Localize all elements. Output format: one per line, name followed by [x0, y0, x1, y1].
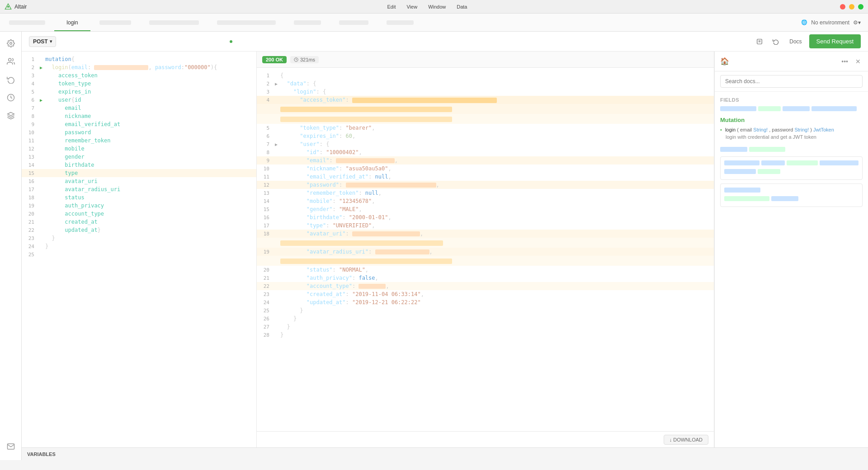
env-selector[interactable]: 🌐 No environment ⚙▾ [794, 14, 868, 31]
minimize-button[interactable] [840, 4, 845, 9]
docs-return-link[interactable]: JwtToken [813, 127, 834, 132]
history-button[interactable] [753, 35, 766, 48]
resp-line-21: 21 "auth_privacy": false, [257, 274, 714, 282]
sidebar-icon-team[interactable] [3, 53, 19, 70]
menu-view[interactable]: View [405, 3, 419, 10]
app-title: Altair [14, 4, 386, 10]
docs-search-input[interactable] [720, 75, 863, 88]
request-bar: POST ▾ Docs Send Request [22, 32, 868, 52]
query-editor[interactable]: 1 mutation{ 2 ▶ login(email: , password:… [22, 52, 257, 447]
query-line-6: 6 ▶ user{id [22, 96, 256, 104]
menu-bar-items: Edit View Window Data [386, 3, 469, 10]
resp-line-4: 4 "access_token": [257, 96, 714, 104]
docs-entry-desc: login with credential and get a JWT toke… [726, 134, 863, 140]
resp-line-25: 25 } [257, 306, 714, 315]
resp-line-15: 15 "gender": "MALE", [257, 205, 714, 213]
tab-7[interactable] [330, 14, 377, 31]
query-line-13: 13 gender [22, 153, 256, 161]
docs-header: 🏠 ••• ✕ [715, 52, 868, 71]
send-request-button[interactable]: Send Request [809, 34, 861, 48]
tab-6[interactable] [285, 14, 330, 31]
url-dot [230, 40, 232, 43]
menu-data[interactable]: Data [455, 3, 469, 10]
query-line-1: 1 mutation{ [22, 55, 256, 63]
resp-line-4c [257, 114, 714, 124]
docs-content: FIELDS Mutation [715, 92, 868, 447]
resp-line-27: 27 } [257, 323, 714, 331]
sidebar-icon-mail[interactable] [3, 438, 19, 455]
docs-entry-params-2: , password [769, 127, 794, 132]
tab-bar: login 🌐 No environment ⚙▾ [0, 14, 868, 32]
query-line-22: 22 updated_at} [22, 226, 256, 234]
docs-entry-name: login [725, 127, 736, 132]
docs-mutation-label[interactable]: Mutation [720, 117, 863, 123]
tab-blurred-label-5 [217, 20, 276, 25]
title-bar: Altair Edit View Window Data [0, 0, 868, 14]
tab-blurred-label-4 [149, 20, 199, 25]
resp-line-13: 13 "remember_token": null, [257, 189, 714, 197]
docs-entry-params-3: ) [810, 127, 813, 132]
query-line-11: 11 remember_token [22, 136, 256, 145]
method-label: POST [33, 38, 48, 45]
resp-line-18: 18 "avatar_uri": , [257, 230, 714, 238]
method-dropdown-icon: ▾ [50, 39, 52, 44]
tab-login[interactable]: login [54, 14, 90, 31]
docs-close-button[interactable]: ✕ [854, 56, 863, 67]
docs-entry-params: ( email [737, 127, 753, 132]
maximize-button[interactable] [849, 4, 854, 9]
response-content[interactable]: 1 { 2 ▶ "data": { 3 "login": [257, 68, 714, 431]
tab-blurred-label-8 [387, 20, 414, 25]
query-line-4: 4 token_type [22, 80, 256, 88]
env-label: No environment [811, 19, 849, 26]
docs-home-icon[interactable]: 🏠 [720, 57, 729, 66]
download-button[interactable]: ↓ DOWNLOAD [664, 435, 708, 445]
query-line-19: 19 auth_privacy [22, 202, 256, 210]
resp-line-5: 5 "token_type": "bearer", [257, 124, 714, 132]
tab-1[interactable] [0, 14, 54, 31]
env-settings-icon[interactable]: ⚙▾ [853, 19, 861, 26]
docs-fields-label: FIELDS [720, 97, 863, 103]
svg-point-3 [8, 58, 11, 61]
docs-param-email-link[interactable]: String! [753, 127, 768, 132]
window-controls [840, 4, 863, 9]
docs-field-row-1 [720, 106, 863, 111]
sidebar-icon-refresh[interactable] [3, 71, 19, 88]
method-selector[interactable]: POST ▾ [29, 36, 56, 47]
resp-line-24: 24 "updated_at": "2019-12-21 06:22:22" [257, 298, 714, 306]
docs-field-row-2 [720, 147, 863, 152]
svg-point-1 [7, 6, 9, 8]
query-line-2: 2 ▶ login(email: , password:"000000"){ [22, 63, 256, 71]
resp-line-7: 7 ▶ "user": { [257, 140, 714, 148]
resp-line-11: 11 "email_verified_at": null, [257, 173, 714, 181]
content-area: POST ▾ Docs Send Request 1 [22, 32, 868, 460]
docs-entry-login: • login ( email String! , password Strin… [720, 127, 863, 140]
resp-line-8: 8 "id": "10000402", [257, 148, 714, 156]
response-time: 321ms [300, 57, 315, 62]
menu-edit[interactable]: Edit [386, 3, 398, 10]
query-line-9: 9 email_verified_at [22, 120, 256, 128]
tab-8[interactable] [377, 14, 423, 31]
close-button[interactable] [858, 4, 863, 9]
tab-3[interactable] [90, 14, 140, 31]
sidebar-icon-settings[interactable] [3, 35, 19, 52]
resp-line-14: 14 "mobile": "12345678", [257, 197, 714, 205]
sidebar-icon-plugins[interactable] [3, 108, 19, 124]
refresh-button[interactable] [769, 35, 782, 48]
docs-button[interactable]: Docs [786, 37, 805, 47]
tab-4[interactable] [140, 14, 208, 31]
query-line-3: 3 access_token [22, 71, 256, 80]
resp-line-3: 3 "login": { [257, 88, 714, 96]
tab-5[interactable] [208, 14, 285, 31]
docs-more-button[interactable]: ••• [840, 56, 850, 67]
query-line-12: 12 mobile [22, 145, 256, 153]
query-line-23: 23 } [22, 234, 256, 242]
docs-param-password-link[interactable]: String! [794, 127, 809, 132]
variables-label: VARIABLES [27, 451, 56, 457]
docs-field-row-6 [724, 196, 859, 201]
variables-bar[interactable]: VARIABLES [22, 447, 868, 460]
resp-line-20: 20 "status": "NORMAL", [257, 266, 714, 274]
sidebar-icon-history[interactable] [3, 89, 19, 106]
editor-panels: 1 mutation{ 2 ▶ login(email: , password:… [22, 52, 868, 447]
resp-line-9: 9 "email": , [257, 156, 714, 164]
menu-window[interactable]: Window [426, 3, 448, 10]
